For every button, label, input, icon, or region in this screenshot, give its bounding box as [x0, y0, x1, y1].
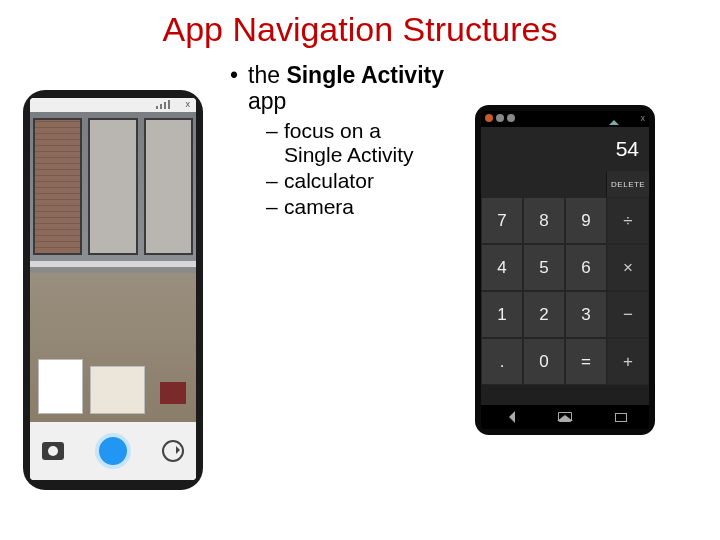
key-7[interactable]: 7: [481, 197, 523, 244]
back-icon[interactable]: [503, 411, 515, 423]
bullet-text-suffix: app: [248, 88, 286, 114]
viewfinder-window: [30, 112, 196, 261]
key-divide[interactable]: ÷: [607, 197, 649, 244]
phone-calculator: x 54 DELETE 7 8 9 ÷ 4 5 6 × 1 2 3 − . 0 …: [475, 105, 655, 435]
camera-viewfinder[interactable]: [30, 112, 196, 422]
camera-status-bar: x: [30, 98, 196, 112]
key-minus[interactable]: −: [607, 291, 649, 338]
home-icon[interactable]: [558, 412, 572, 422]
viewfinder-foreground: [30, 273, 196, 422]
key-9[interactable]: 9: [565, 197, 607, 244]
key-multiply[interactable]: ×: [607, 244, 649, 291]
sub-bullet-camera: camera: [266, 195, 445, 219]
calculator-display: 54: [481, 127, 649, 171]
gallery-icon[interactable]: [42, 442, 64, 460]
status-close-icon: x: [641, 113, 646, 123]
switch-camera-icon[interactable]: [162, 440, 184, 462]
bullet-text-bold: Single Activity: [286, 62, 444, 88]
recents-icon[interactable]: [615, 413, 627, 422]
sub-bullet-calculator: calculator: [266, 169, 445, 193]
phone-camera: x: [23, 90, 203, 490]
slide-body: the Single Activity app focus on a Singl…: [230, 62, 445, 221]
android-nav-bar: [481, 405, 649, 429]
key-1[interactable]: 1: [481, 291, 523, 338]
key-0[interactable]: 0: [523, 338, 565, 385]
camera-screen: x: [30, 98, 196, 480]
key-6[interactable]: 6: [565, 244, 607, 291]
camera-controls: [30, 422, 196, 480]
slide-title: App Navigation Structures: [0, 0, 720, 49]
status-close-icon: x: [186, 99, 191, 109]
calculator-screen: x 54 DELETE 7 8 9 ÷ 4 5 6 × 1 2 3 − . 0 …: [481, 111, 649, 429]
bullet-text-prefix: the: [248, 62, 286, 88]
key-equals[interactable]: =: [565, 338, 607, 385]
key-4[interactable]: 4: [481, 244, 523, 291]
key-5[interactable]: 5: [523, 244, 565, 291]
shutter-button[interactable]: [95, 433, 131, 469]
main-bullet: the Single Activity app focus on a Singl…: [230, 62, 445, 219]
sub-bullet-focus: focus on a Single Activity: [266, 119, 445, 167]
key-dot[interactable]: .: [481, 338, 523, 385]
key-2[interactable]: 2: [523, 291, 565, 338]
calculator-status-bar: x: [481, 111, 649, 127]
key-3[interactable]: 3: [565, 291, 607, 338]
wifi-icon: [609, 115, 619, 125]
key-plus[interactable]: +: [607, 338, 649, 385]
calculator-keypad: 7 8 9 ÷ 4 5 6 × 1 2 3 − . 0 = +: [481, 197, 649, 385]
signal-icon: [156, 100, 178, 109]
sub-bullet-list: focus on a Single Activity calculator ca…: [248, 119, 445, 220]
delete-button[interactable]: DELETE: [606, 171, 649, 197]
notification-icons: [485, 114, 515, 122]
key-8[interactable]: 8: [523, 197, 565, 244]
